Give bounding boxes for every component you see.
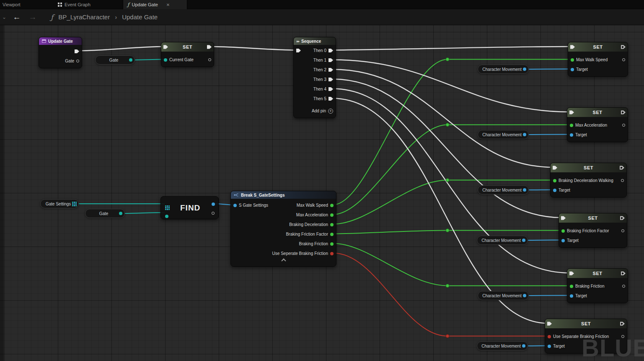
- exec-in-pin[interactable]: [296, 48, 301, 53]
- variable-node-gate[interactable]: Gate: [85, 209, 125, 218]
- reroute-node[interactable]: [446, 179, 449, 182]
- braking-friction-factor-output-pin[interactable]: [330, 233, 334, 236]
- node-set-max-acceleration[interactable]: SET Max Acceleration Target: [567, 107, 628, 142]
- reroute-node[interactable]: [446, 284, 449, 288]
- object-output-pin[interactable]: [523, 68, 526, 71]
- breadcrumb-blueprint[interactable]: BP_LyraCharacter: [58, 13, 110, 21]
- node-map-find[interactable]: FIND: [160, 196, 219, 219]
- variable-node-character-movement[interactable]: Character Movement: [478, 185, 529, 195]
- wire-target-5: [526, 296, 570, 296]
- max-acceleration-output-pin[interactable]: [330, 213, 334, 217]
- wire-exec-entry-to-set: [78, 47, 164, 51]
- close-tab-icon[interactable]: ✕: [166, 3, 170, 7]
- node-set-braking-friction-factor[interactable]: SET Braking Friction Factor Target: [559, 213, 627, 248]
- value-input-pin[interactable]: [571, 58, 574, 62]
- value-output-pin[interactable]: [212, 203, 215, 206]
- back-button[interactable]: ←: [9, 13, 25, 22]
- variable-node-character-movement[interactable]: Character Movement: [477, 236, 528, 245]
- then5-exec-pin[interactable]: [328, 96, 333, 101]
- target-input-pin[interactable]: [571, 68, 574, 71]
- tab-viewport[interactable]: Viewport: [0, 0, 25, 9]
- wire-gate-to-set: [132, 60, 164, 60]
- value-input-pin[interactable]: [561, 229, 565, 233]
- value-output-pin[interactable]: [621, 229, 624, 232]
- chevron-down-icon[interactable]: ⌄: [2, 14, 9, 20]
- break-struct-icon: [234, 193, 239, 197]
- tab-update-gate[interactable]: ƒ Update Gate ✕: [123, 0, 187, 9]
- value-output-pin[interactable]: [622, 124, 625, 127]
- variable-node-character-movement[interactable]: Character Movement: [478, 291, 529, 300]
- graph-canvas[interactable]: Update Gate Gate Gate SET: [0, 25, 644, 361]
- key-input-pin[interactable]: [165, 215, 168, 218]
- object-output-pin[interactable]: [523, 133, 526, 136]
- gate-output-pin[interactable]: [76, 60, 79, 62]
- node-update-gate-entry[interactable]: Update Gate Gate: [39, 37, 82, 68]
- max-walk-speed-output-pin[interactable]: [330, 204, 334, 207]
- wire-target-4: [525, 240, 562, 241]
- collapse-node-button[interactable]: [281, 258, 286, 263]
- value-input-pin[interactable]: [570, 124, 573, 127]
- object-output-pin[interactable]: [522, 344, 525, 348]
- then3-exec-pin[interactable]: [328, 77, 333, 82]
- braking-friction-output-pin[interactable]: [330, 242, 334, 246]
- value-input-pin[interactable]: [553, 179, 556, 182]
- breadcrumb-separator: ›: [115, 13, 117, 21]
- target-input-pin[interactable]: [561, 239, 565, 242]
- blueprint-editor-window: Viewport Event Graph ƒ Update Gate ✕ ⌄ ←…: [0, 0, 644, 361]
- variable-node-character-movement[interactable]: Character Movement: [478, 65, 529, 74]
- node-header: SET: [161, 42, 214, 52]
- node-set-max-walk-speed[interactable]: SET Max Walk Speed Target: [568, 42, 628, 77]
- value-output-pin[interactable]: [622, 285, 625, 288]
- add-pin-button[interactable]: +: [328, 109, 333, 114]
- breadcrumb-page-title: Update Gate: [122, 13, 158, 21]
- value-output-pin[interactable]: [208, 58, 211, 61]
- value-input-pin[interactable]: [548, 335, 551, 338]
- object-output-pin[interactable]: [523, 188, 526, 192]
- then2-exec-pin[interactable]: [328, 68, 333, 72]
- then4-exec-pin[interactable]: [328, 87, 333, 91]
- node-set-braking-friction[interactable]: SET Braking Friction Target: [567, 268, 628, 303]
- reroute-node[interactable]: [446, 58, 449, 61]
- variable-node-gate[interactable]: Gate: [95, 55, 135, 65]
- map-input-pin[interactable]: [165, 205, 170, 210]
- forward-button[interactable]: →: [25, 13, 41, 22]
- then0-exec-pin[interactable]: [328, 48, 333, 53]
- left-splitter[interactable]: [0, 25, 4, 361]
- target-input-pin[interactable]: [553, 189, 556, 192]
- gate-output-pin[interactable]: [129, 58, 132, 62]
- variable-node-character-movement[interactable]: Character Movement: [477, 341, 528, 351]
- event-graph-icon: [58, 3, 62, 7]
- tab-event-graph[interactable]: Event Graph: [54, 0, 95, 9]
- value-input-pin[interactable]: [570, 285, 573, 288]
- variable-node-gate-settings[interactable]: Gate Settings: [40, 199, 79, 208]
- then1-exec-pin[interactable]: [328, 58, 333, 62]
- target-input-pin[interactable]: [570, 294, 573, 298]
- found-output-pin[interactable]: [212, 212, 215, 215]
- value-output-pin[interactable]: [622, 58, 625, 61]
- node-set-current-gate[interactable]: SET Current Gate: [161, 42, 214, 67]
- node-sequence[interactable]: ▸▸ Sequence Then 0 Then 1 Then 2 Then 3 …: [293, 37, 336, 118]
- current-gate-input-pin[interactable]: [164, 58, 167, 62]
- object-output-pin[interactable]: [522, 239, 525, 242]
- node-header: SET: [559, 213, 627, 223]
- gate-output-pin[interactable]: [119, 212, 122, 215]
- wire-target-3: [526, 190, 553, 190]
- use-separate-braking-friction-output-pin[interactable]: [330, 252, 334, 255]
- variable-node-character-movement[interactable]: Character Movement: [478, 130, 529, 139]
- wire-max-walk-speed: [333, 60, 571, 205]
- reroute-node[interactable]: [446, 123, 449, 127]
- target-input-pin[interactable]: [570, 133, 573, 137]
- reroute-node[interactable]: [446, 229, 449, 232]
- value-output-pin[interactable]: [621, 179, 624, 182]
- exec-out-pin[interactable]: [75, 49, 79, 54]
- reroute-node[interactable]: [446, 335, 449, 338]
- node-set-braking-deceleration-walking[interactable]: SET Braking Deceleration Walking Target: [550, 163, 627, 197]
- struct-input-pin[interactable]: [233, 204, 237, 207]
- object-output-pin[interactable]: [523, 294, 526, 297]
- target-input-pin[interactable]: [548, 345, 551, 348]
- wire-exec-then3: [332, 79, 562, 218]
- node-header: SET: [567, 269, 628, 278]
- braking-deceleration-output-pin[interactable]: [330, 223, 334, 226]
- node-break-gate-settings[interactable]: Break S_GateSettings S Gate Settings Max…: [230, 191, 336, 267]
- map-output-pin[interactable]: [72, 202, 77, 206]
